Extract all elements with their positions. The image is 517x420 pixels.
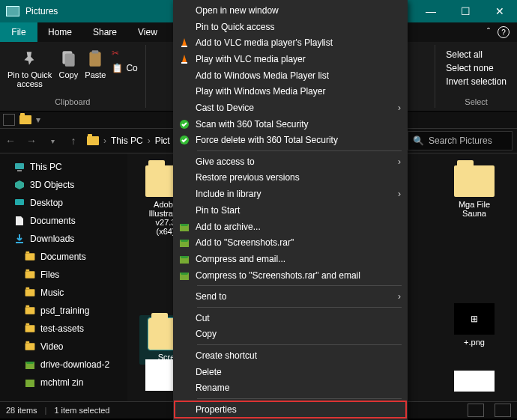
invert-selection-button[interactable]: Invert selection [446,76,507,87]
menu-wmp-list[interactable]: Add to Windows Media Player list [175,67,406,84]
copy-button[interactable]: Copy [55,45,82,91]
menu-properties[interactable]: Properties [175,401,406,418]
tab-file[interactable]: File [0,22,37,42]
windows-logo-icon: ⊞ [471,314,478,324]
status-item-count: 28 items [6,406,37,415]
select-none-button[interactable]: Select none [446,63,507,73]
select-all-button[interactable]: Select all [446,49,507,60]
nav-back-button[interactable]: ← [0,130,21,151]
paste-icon [85,48,106,69]
menu-compress-email[interactable]: Compress and email... [175,251,406,267]
menu-vlc-play[interactable]: Play with VLC media player [175,51,406,67]
file-item[interactable]: ⊞ +.png [448,303,501,347]
image-thumbnail [454,371,495,392]
tree-sub-psd[interactable]: psd_training [0,302,127,320]
tree-sub-test[interactable]: test-assets [0,320,127,338]
qat-properties-icon[interactable] [3,114,15,126]
menu-delete[interactable]: Delete [175,364,406,380]
copy-path-button[interactable]: 📋Co [112,63,137,73]
svg-rect-10 [25,380,34,387]
tree-downloads[interactable]: Downloads [0,230,127,248]
nav-up-button[interactable]: ↑ [63,130,84,151]
tree-sub-files[interactable]: Files [0,266,127,284]
chevron-right-icon: › [393,189,406,199]
menu-add-to-rar[interactable]: Add to "Screenshots.rar" [175,234,406,251]
ribbon-help-icon[interactable]: ? [498,26,510,38]
tab-home[interactable]: Home [37,22,82,42]
tree-thispc[interactable]: This PC [0,158,127,176]
qat-dropdown-icon[interactable]: ▾ [36,115,40,125]
file-item[interactable] [448,371,501,392]
svg-marker-6 [15,180,24,189]
menu-pin-quick-access[interactable]: Pin to Quick access [175,19,406,35]
menu-rename[interactable]: Rename [175,380,406,397]
menu-give-access[interactable]: Give access to› [175,153,406,170]
menu-wmp-play[interactable]: Play with Windows Media Player [175,83,406,100]
tree-3d-objects[interactable]: 3D Objects [0,176,127,194]
menu-pin-start[interactable]: Pin to Start [175,202,406,219]
menu-copy[interactable]: Copy [175,326,406,343]
tree-sub-mchtml[interactable]: mchtml zin [0,374,127,392]
search-placeholder: Search Pictures [429,136,492,146]
folder-icon [454,165,495,197]
menu-add-archive[interactable]: Add to archive... [175,219,406,235]
tree-sub-drive-download[interactable]: drive-download-2 [0,356,127,374]
menu-cut[interactable]: Cut [175,310,406,326]
breadcrumb-thispc[interactable]: This PC [111,136,143,146]
tree-documents[interactable]: Documents [0,212,127,230]
menu-compress-rar-email[interactable]: Compress to "Screenshots.rar" and email [175,267,406,284]
chevron-right-icon[interactable]: › [148,136,151,146]
details-view-button[interactable] [468,404,484,417]
menu-send-to[interactable]: Send to› [175,288,406,305]
chevron-right-icon[interactable]: › [103,136,106,146]
menu-restore-versions[interactable]: Restore previous versions [175,170,406,186]
maximize-button[interactable]: ☐ [448,0,483,22]
tree-sub-documents[interactable]: Documents [0,248,127,266]
breadcrumb[interactable]: › This PC › Pict [84,136,173,146]
qat-folder-icon[interactable] [19,115,31,124]
context-menu: Open in new window Pin to Quick access A… [173,0,408,420]
nav-forward-button[interactable]: → [21,130,42,151]
navigation-tree: This PC 3D Objects Desktop Documents Dow… [0,153,127,401]
svg-marker-11 [182,38,187,46]
search-box[interactable]: 🔍 Search Pictures [408,131,513,150]
path-icon: 📋 [112,63,123,73]
tab-view[interactable]: View [127,22,168,42]
menu-vlc-playlist[interactable]: Add to VLC media player's Playlist [175,34,406,51]
svg-rect-14 [181,62,187,64]
chevron-right-icon: › [393,103,406,113]
menu-scan-360[interactable]: Scan with 360 Total Security [175,116,406,133]
menu-create-shortcut[interactable]: Create shortcut [175,347,406,364]
menu-separator [197,307,402,308]
shield-360-icon [175,118,194,130]
menu-force-delete-360[interactable]: Force delete with 360 Total Security [175,132,406,148]
tree-sub-music[interactable]: Music [0,284,127,302]
menu-separator [197,344,402,345]
menu-open-new-window[interactable]: Open in new window [175,2,406,19]
search-icon: 🔍 [413,136,424,146]
pin-to-quick-access-button[interactable]: Pin to Quick access [4,45,55,91]
menu-cast-to-device[interactable]: Cast to Device› [175,100,406,116]
tree-desktop[interactable]: Desktop [0,194,127,212]
copy-icon [58,48,79,69]
clipboard-group-label: Clipboard [55,96,90,108]
minimize-button[interactable]: — [414,0,448,22]
breadcrumb-pictures[interactable]: Pict [155,136,170,146]
winrar-icon [175,237,194,249]
menu-include-library[interactable]: Include in library› [175,186,406,202]
nav-recent-dropdown[interactable]: ▾ [42,130,63,151]
svg-rect-3 [92,50,99,53]
cut-button[interactable]: ✂ [112,48,137,58]
svg-rect-12 [181,46,187,47]
tab-share[interactable]: Share [82,22,127,42]
paste-button[interactable]: Paste [82,45,109,91]
ribbon-collapse-icon[interactable]: ˆ [487,27,490,37]
breadcrumb-folder-icon [87,136,99,145]
vlc-icon [175,37,194,49]
thumbnails-view-button[interactable] [495,404,511,417]
winrar-icon [175,221,194,233]
close-button[interactable]: ✕ [483,0,517,22]
tree-sub-video[interactable]: Video [0,338,127,356]
chevron-right-icon: › [393,291,406,302]
folder-item[interactable]: Mga File Sauna [448,165,501,218]
